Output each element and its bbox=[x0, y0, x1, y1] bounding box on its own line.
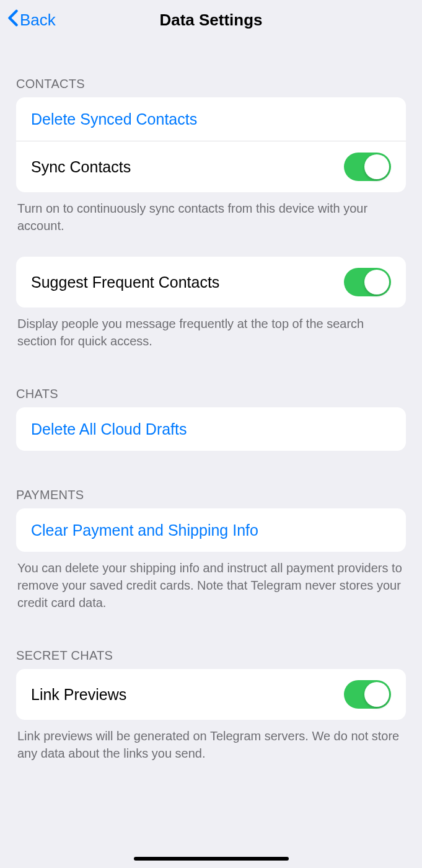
suggest-frequent-row: Suggest Frequent Contacts bbox=[16, 257, 406, 308]
secret-chats-group: Link Previews bbox=[16, 669, 406, 720]
link-previews-toggle[interactable] bbox=[344, 680, 391, 709]
delete-synced-contacts-button[interactable]: Delete Synced Contacts bbox=[16, 97, 406, 141]
payments-group: Clear Payment and Shipping Info bbox=[16, 508, 406, 552]
delete-synced-contacts-label: Delete Synced Contacts bbox=[31, 110, 197, 128]
home-indicator[interactable] bbox=[134, 857, 289, 861]
section-header-secret-chats: SECRET CHATS bbox=[16, 611, 406, 669]
nav-header: Back Data Settings bbox=[0, 0, 422, 40]
delete-drafts-button[interactable]: Delete All Cloud Drafts bbox=[16, 407, 406, 451]
chevron-left-icon bbox=[7, 9, 19, 31]
payments-footer: You can delete your shipping info and in… bbox=[16, 552, 406, 611]
sync-contacts-footer: Turn on to continuously sync contacts fr… bbox=[16, 192, 406, 234]
content: CONTACTS Delete Synced Contacts Sync Con… bbox=[0, 40, 422, 762]
clear-payment-button[interactable]: Clear Payment and Shipping Info bbox=[16, 508, 406, 552]
link-previews-row: Link Previews bbox=[16, 669, 406, 720]
sync-contacts-row: Sync Contacts bbox=[16, 141, 406, 192]
section-header-contacts: CONTACTS bbox=[16, 40, 406, 97]
back-button[interactable]: Back bbox=[7, 9, 56, 31]
suggest-frequent-toggle[interactable] bbox=[344, 268, 391, 296]
suggest-group: Suggest Frequent Contacts bbox=[16, 257, 406, 308]
page-title: Data Settings bbox=[159, 11, 262, 30]
suggest-frequent-label: Suggest Frequent Contacts bbox=[31, 273, 219, 291]
contacts-group: Delete Synced Contacts Sync Contacts bbox=[16, 97, 406, 192]
section-header-chats: CHATS bbox=[16, 350, 406, 407]
delete-drafts-label: Delete All Cloud Drafts bbox=[31, 420, 187, 438]
section-header-payments: PAYMENTS bbox=[16, 451, 406, 508]
chats-group: Delete All Cloud Drafts bbox=[16, 407, 406, 451]
sync-contacts-label: Sync Contacts bbox=[31, 158, 131, 176]
clear-payment-label: Clear Payment and Shipping Info bbox=[31, 521, 258, 539]
sync-contacts-toggle[interactable] bbox=[344, 153, 391, 181]
suggest-frequent-footer: Display people you message frequently at… bbox=[16, 308, 406, 350]
link-previews-footer: Link previews will be generated on Teleg… bbox=[16, 720, 406, 762]
back-label: Back bbox=[20, 11, 56, 30]
link-previews-label: Link Previews bbox=[31, 686, 126, 704]
